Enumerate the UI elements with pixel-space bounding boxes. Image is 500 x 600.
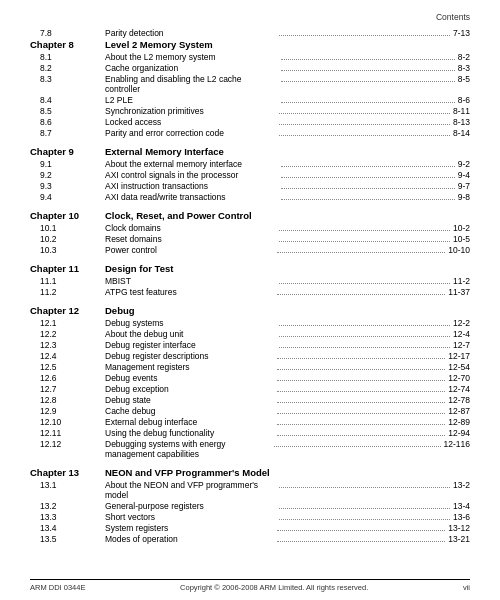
chapter-12: Chapter 12Debug12.1Debug systems12-212.2… bbox=[30, 305, 470, 459]
table-row: 12.12Debugging systems with energy manag… bbox=[30, 439, 470, 459]
chapter-10-sections: 10.1Clock domains10-210.2Reset domains10… bbox=[30, 223, 470, 255]
table-row: 13.2General-purpose registers13-4 bbox=[30, 501, 470, 511]
table-row: 13.4System registers13-12 bbox=[30, 523, 470, 533]
section-title: Debug state bbox=[105, 395, 274, 405]
dots-leader bbox=[281, 188, 454, 189]
top-entry-row: 7.8 Parity detection 7-13 bbox=[30, 28, 470, 38]
dots-leader bbox=[281, 177, 454, 178]
dots-leader bbox=[277, 402, 446, 403]
chapter-9-header: Chapter 9External Memory Interface bbox=[30, 146, 470, 157]
section-number: 8.5 bbox=[30, 106, 105, 116]
section-title: System registers bbox=[105, 523, 274, 533]
page-number: 10-5 bbox=[453, 234, 470, 244]
dots-leader bbox=[279, 508, 450, 509]
table-row: 12.9Cache debug12-87 bbox=[30, 406, 470, 416]
section-title: Using the debug functionality bbox=[105, 428, 274, 438]
section-title: Cache debug bbox=[105, 406, 274, 416]
section-number: 12.5 bbox=[30, 362, 105, 372]
dots-leader bbox=[281, 102, 454, 103]
table-row: 13.5Modes of operation13-21 bbox=[30, 534, 470, 544]
chapter-9-label: Chapter 9 bbox=[30, 146, 105, 157]
section-title: Debug events bbox=[105, 373, 274, 383]
section-number: 13.5 bbox=[30, 534, 105, 544]
table-row: 9.2AXI control signals in the processor9… bbox=[30, 170, 470, 180]
chapter-9-sections: 9.1About the external memory interface9-… bbox=[30, 159, 470, 202]
section-title: Synchronization primitives bbox=[105, 106, 276, 116]
section-number: 12.12 bbox=[30, 439, 105, 449]
section-title: L2 PLE bbox=[105, 95, 278, 105]
section-title: General-purpose registers bbox=[105, 501, 276, 511]
section-number: 12.1 bbox=[30, 318, 105, 328]
dots-leader bbox=[281, 81, 454, 82]
section-number: 10.1 bbox=[30, 223, 105, 233]
dots-leader bbox=[277, 424, 446, 425]
table-row: 12.5Management registers12-54 bbox=[30, 362, 470, 372]
chapter-11: Chapter 11Design for Test11.1MBIST11-211… bbox=[30, 263, 470, 297]
top-entry-dots bbox=[279, 35, 450, 36]
dots-leader bbox=[279, 135, 450, 136]
dots-leader bbox=[277, 541, 446, 542]
table-row: 9.3AXI instruction transactions9-7 bbox=[30, 181, 470, 191]
chapter-9-title: External Memory Interface bbox=[105, 146, 224, 157]
dots-leader bbox=[277, 530, 446, 531]
section-number: 12.11 bbox=[30, 428, 105, 438]
chapter-13-header: Chapter 13NEON and VFP Programmer's Mode… bbox=[30, 467, 470, 478]
footer-center: Copyright © 2006-2008 ARM Limited. All r… bbox=[180, 583, 368, 592]
page-number: 11-37 bbox=[448, 287, 470, 297]
chapter-10-label: Chapter 10 bbox=[30, 210, 105, 221]
table-row: 12.10External debug interface12-89 bbox=[30, 417, 470, 427]
dots-leader bbox=[274, 446, 440, 447]
table-row: 12.2About the debug unit12-4 bbox=[30, 329, 470, 339]
table-row: 9.1About the external memory interface9-… bbox=[30, 159, 470, 169]
dots-leader bbox=[279, 325, 450, 326]
dots-leader bbox=[279, 113, 450, 114]
page-number: 9-8 bbox=[458, 192, 470, 202]
dots-leader bbox=[279, 124, 450, 125]
dots-leader bbox=[279, 230, 450, 231]
page-number: 12-4 bbox=[453, 329, 470, 339]
page-number: 8-13 bbox=[453, 117, 470, 127]
table-row: 10.2Reset domains10-5 bbox=[30, 234, 470, 244]
dots-leader bbox=[281, 199, 454, 200]
chapter-11-header: Chapter 11Design for Test bbox=[30, 263, 470, 274]
dots-leader bbox=[277, 413, 446, 414]
section-title: Debug exception bbox=[105, 384, 274, 394]
chapter-12-label: Chapter 12 bbox=[30, 305, 105, 316]
page-number: 8-11 bbox=[453, 106, 470, 116]
page-number: 12-116 bbox=[444, 439, 470, 449]
section-number: 12.7 bbox=[30, 384, 105, 394]
section-title: About the external memory interface bbox=[105, 159, 278, 169]
chapter-9: Chapter 9External Memory Interface9.1Abo… bbox=[30, 146, 470, 202]
dots-leader bbox=[277, 435, 446, 436]
table-row: 8.5Synchronization primitives8-11 bbox=[30, 106, 470, 116]
section-title: Enabling and disabling the L2 cache cont… bbox=[105, 74, 278, 94]
section-title: Locked access bbox=[105, 117, 276, 127]
table-row: 11.2ATPG test features11-37 bbox=[30, 287, 470, 297]
chapter-8-label: Chapter 8 bbox=[30, 39, 105, 50]
chapter-12-sections: 12.1Debug systems12-212.2About the debug… bbox=[30, 318, 470, 459]
page-number: 13-2 bbox=[453, 480, 470, 490]
section-title: Cache organization bbox=[105, 63, 278, 73]
chapter-8-sections: 8.1About the L2 memory system8-28.2Cache… bbox=[30, 52, 470, 138]
table-row: 12.8Debug state12-78 bbox=[30, 395, 470, 405]
section-number: 12.9 bbox=[30, 406, 105, 416]
page-number: 8-6 bbox=[458, 95, 470, 105]
section-title: Debug systems bbox=[105, 318, 276, 328]
chapter-13-label: Chapter 13 bbox=[30, 467, 105, 478]
chapter-12-header: Chapter 12Debug bbox=[30, 305, 470, 316]
section-title: External debug interface bbox=[105, 417, 274, 427]
section-title: MBIST bbox=[105, 276, 276, 286]
dots-leader bbox=[281, 59, 454, 60]
chapter-11-title: Design for Test bbox=[105, 263, 173, 274]
section-number: 11.1 bbox=[30, 276, 105, 286]
table-row: 8.2Cache organization8-3 bbox=[30, 63, 470, 73]
top-entry-page: 7-13 bbox=[453, 28, 470, 38]
page-number: 12-17 bbox=[448, 351, 470, 361]
chapters-container: Chapter 8Level 2 Memory System8.1About t… bbox=[30, 39, 470, 544]
table-row: 12.1Debug systems12-2 bbox=[30, 318, 470, 328]
page-number: 12-87 bbox=[448, 406, 470, 416]
page-number: 12-54 bbox=[448, 362, 470, 372]
table-row: 12.11Using the debug functionality12-94 bbox=[30, 428, 470, 438]
footer-left: ARM DDI 0344E bbox=[30, 583, 85, 592]
page-number: 9-4 bbox=[458, 170, 470, 180]
